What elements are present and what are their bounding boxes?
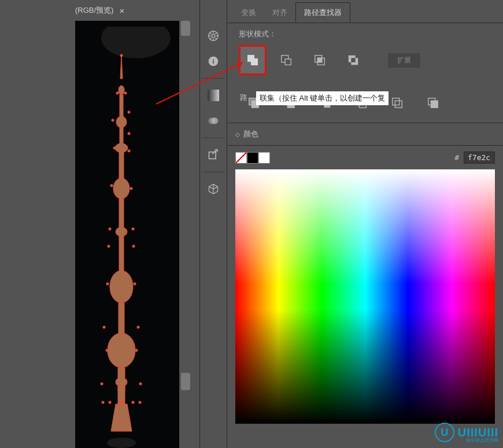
svg-point-3 [116,116,127,128]
svg-point-0 [101,27,171,58]
svg-rect-12 [119,303,124,338]
svg-line-53 [215,38,217,39]
svg-point-5 [115,143,128,153]
svg-rect-10 [119,236,124,271]
expand-button[interactable]: 扩展 [388,53,420,68]
svg-point-9 [116,227,127,236]
svg-point-1 [119,86,124,95]
svg-rect-66 [317,58,321,62]
svg-rect-61 [209,152,216,159]
svg-point-43 [139,401,142,404]
document-tab[interactable]: (RGB/预览) × [75,5,124,16]
svg-point-19 [124,92,127,95]
svg-point-17 [120,54,123,57]
svg-point-34 [137,326,140,329]
svg-point-20 [112,119,114,122]
svg-point-26 [130,187,133,190]
minus-front-button[interactable] [276,50,297,71]
svg-point-22 [128,132,131,135]
svg-point-33 [103,326,106,329]
wheel-icon[interactable] [204,26,223,46]
svg-point-44 [120,421,123,424]
svg-rect-6 [119,153,124,182]
svg-point-7 [113,178,130,199]
svg-point-25 [110,184,113,187]
svg-point-29 [108,245,110,248]
close-icon[interactable]: × [119,6,124,16]
cube-icon[interactable] [204,179,223,199]
scrollbar-thumb[interactable] [181,373,190,390]
tooltip-text: 联集（按住 Alt 键单击，以创建一个复 [260,94,385,102]
watermark-sub: 自学就上优优网 [466,437,498,443]
intersect-button[interactable] [309,50,330,71]
hex-symbol: # [454,153,459,162]
svg-line-55 [215,32,217,34]
svg-point-23 [113,147,116,150]
svg-point-35 [106,349,109,352]
svg-point-30 [132,245,135,248]
svg-rect-73 [393,98,400,105]
svg-point-27 [109,228,112,231]
swatch-white[interactable] [258,152,270,164]
color-spectrum[interactable] [235,169,495,424]
minus-back-button[interactable] [423,92,443,113]
svg-line-54 [210,38,212,39]
svg-point-11 [110,271,133,303]
docked-panel-strip: i [199,0,227,448]
artwork-shape[interactable] [75,21,179,448]
svg-rect-74 [395,101,402,108]
color-panel-title: 颜色 [243,129,258,139]
svg-point-31 [106,283,109,286]
svg-point-39 [102,401,105,404]
svg-point-38 [139,383,142,386]
gradient-icon[interactable] [204,86,223,105]
tab-transform[interactable]: 变换 [233,3,264,23]
svg-point-40 [109,401,112,404]
export-icon[interactable] [204,145,223,165]
path-prefix: 路 [240,92,247,103]
unite-button[interactable] [239,45,267,75]
canvas-scrollbar[interactable] [179,21,192,448]
transparency-icon[interactable] [204,111,223,131]
svg-point-15 [116,377,127,387]
color-panel-tab[interactable]: ◇ 颜色 [227,123,503,146]
tooltip: 路 联集（按住 Alt 键单击，以创建一个复 [256,91,389,105]
svg-rect-79 [235,169,495,424]
svg-point-41 [120,401,123,404]
svg-point-45 [107,438,136,448]
svg-text:i: i [212,57,214,65]
outline-button[interactable] [387,92,408,113]
svg-point-32 [134,283,136,286]
tab-align[interactable]: 对齐 [264,3,295,23]
svg-rect-63 [285,59,291,65]
exclude-button[interactable] [343,50,364,71]
svg-point-24 [128,150,131,153]
canvas[interactable] [75,21,179,448]
shape-modes-label: 形状模式： [227,23,503,45]
svg-point-47 [212,34,215,38]
watermark: U UIIIUIII 自学就上优优网 [435,423,498,442]
swatch-none[interactable] [235,152,247,164]
swatch-black[interactable] [247,152,258,164]
svg-point-28 [132,228,135,231]
scrollbar-thumb[interactable] [181,21,190,36]
svg-point-36 [135,349,138,352]
svg-point-42 [132,401,135,404]
hex-input[interactable] [464,151,495,164]
svg-point-13 [108,333,135,368]
svg-rect-58 [208,90,219,101]
svg-rect-76 [431,101,438,108]
svg-point-37 [101,383,103,386]
panel-tabs: 变换 对齐 路径查找器 [227,0,503,23]
svg-rect-8 [119,199,124,228]
svg-rect-4 [120,128,123,145]
svg-line-52 [210,32,212,34]
svg-point-18 [116,92,119,95]
svg-rect-2 [120,95,123,118]
watermark-logo-icon: U [435,423,454,442]
svg-point-21 [128,111,131,114]
info-icon[interactable]: i [204,51,223,71]
svg-point-60 [212,117,219,124]
document-tab-title: (RGB/预览) [75,5,113,16]
tab-pathfinder[interactable]: 路径查找器 [295,2,350,23]
